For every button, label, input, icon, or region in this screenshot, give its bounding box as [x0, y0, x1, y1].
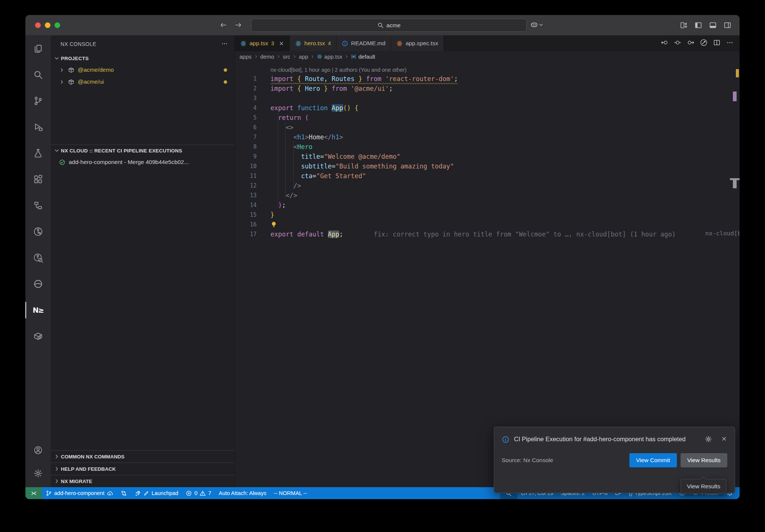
tab-app.spec.tsx[interactable]: app.spec.tsx	[391, 35, 444, 51]
layout-panel-button[interactable]	[709, 21, 717, 29]
line-number: 6	[235, 124, 257, 131]
section-header[interactable]: HELP AND FEEDBACK	[51, 463, 235, 475]
search-value: acme	[387, 22, 401, 29]
activity-containers[interactable]	[25, 323, 51, 349]
activity-run-debug[interactable]	[25, 114, 51, 140]
command-center-search[interactable]: acme	[251, 19, 527, 32]
status-vim-mode[interactable]: -- NORMAL --	[270, 487, 311, 499]
line-number: 15	[235, 211, 257, 218]
nav-forward-button[interactable]	[687, 39, 694, 48]
ellipsis-icon	[726, 39, 734, 46]
activity-testing[interactable]	[25, 140, 51, 166]
breadcrumb-item[interactable]: app	[299, 53, 308, 60]
code-text: />	[257, 182, 301, 189]
project-label: @acme/demo	[78, 66, 114, 73]
notification-settings-button[interactable]	[705, 436, 712, 444]
status-problems[interactable]: 07	[182, 487, 215, 499]
status-launchpad[interactable]: Launchpad	[131, 487, 182, 499]
close-button[interactable]	[35, 22, 41, 28]
code-text: }	[257, 211, 274, 219]
close-tab-button[interactable]	[279, 41, 284, 46]
tab-label: README.md	[351, 40, 385, 47]
layout-customize-button[interactable]	[680, 21, 688, 29]
sidebar-item[interactable]: add-hero-component - Merge 409b44e5cb02.…	[51, 156, 235, 168]
view-commit-button[interactable]: View Commit	[629, 453, 677, 467]
history-forward-button[interactable]	[235, 21, 242, 29]
close-icon	[721, 436, 727, 442]
code-text: import { Hero } from '@acme/ui';	[257, 85, 393, 92]
copilot-menu-button[interactable]	[530, 21, 543, 28]
maximize-button[interactable]	[55, 22, 60, 28]
indent-guide	[293, 141, 294, 189]
chevron-right-icon	[254, 54, 258, 59]
activity-edge-browser[interactable]	[25, 271, 51, 297]
breadcrumb-item[interactable]: default	[358, 53, 375, 60]
gear-icon	[705, 436, 712, 443]
editor-actions	[661, 35, 740, 51]
minimize-button[interactable]	[45, 22, 50, 28]
code-editor[interactable]: nx-cloud[bot], 1 hour ago | 2 authors (Y…	[235, 62, 740, 487]
nav-back-button[interactable]	[661, 39, 668, 48]
gear-icon	[34, 469, 43, 478]
layout-sidebar-right-button[interactable]	[724, 21, 731, 29]
tab-label: app.spec.tsx	[406, 40, 438, 47]
tab-README.md[interactable]: README.md	[337, 35, 391, 51]
activity-extensions[interactable]	[25, 166, 51, 192]
status-branch[interactable]: add-hero-component	[42, 487, 117, 499]
activity-gitlens-inspect[interactable]	[25, 245, 51, 271]
more-actions-button[interactable]	[221, 40, 228, 48]
section-header[interactable]: NX CLOUD :: RECENT CI PIPELINE EXECUTION…	[51, 145, 235, 156]
activity-settings[interactable]	[25, 462, 51, 485]
sidebar-title: NX CONSOLE	[61, 41, 96, 47]
activity-nx-console[interactable]: N≥	[25, 297, 51, 323]
beaker-icon	[33, 148, 43, 158]
layout-customize-icon	[680, 21, 688, 29]
overview-ruler-warning-mark	[736, 69, 739, 77]
status-auto-attach[interactable]: Auto Attach: Always	[215, 487, 270, 499]
status-remote[interactable]	[25, 487, 42, 499]
notification-close-button[interactable]	[721, 436, 727, 443]
breadcrumb-item[interactable]: app.tsx	[324, 53, 342, 60]
line-number: 14	[235, 202, 257, 208]
nav-back-icon	[661, 39, 668, 46]
tab-app.tsx[interactable]: app.tsx3	[235, 35, 290, 51]
sidebar-item[interactable]: @acme/ui	[51, 76, 235, 88]
section-header[interactable]: COMMON NX COMMANDS	[51, 450, 235, 463]
tab-label: app.tsx	[250, 40, 268, 47]
split-editor-button[interactable]	[713, 39, 721, 48]
symbol-bracket-icon	[351, 54, 356, 59]
code-text: import { Route, Routes } from 'react-rou…	[257, 75, 458, 83]
breadcrumb-item[interactable]: apps	[239, 53, 252, 60]
more-actions-button[interactable]	[726, 39, 734, 48]
line-number: 12	[235, 182, 257, 189]
search-icon	[377, 22, 384, 28]
view-results-button[interactable]: View Results	[681, 453, 727, 467]
status-commit-graph[interactable]	[117, 487, 131, 499]
compare-icon	[121, 490, 127, 497]
breadcrumb-item[interactable]: demo	[260, 53, 275, 60]
activity-accounts[interactable]	[25, 439, 51, 462]
line-number: 11	[235, 173, 257, 179]
breadcrumb-item[interactable]: src	[283, 53, 290, 60]
tab-hero.tsx[interactable]: hero.tsx4	[290, 35, 337, 51]
react-icon	[295, 40, 301, 47]
history-back-button[interactable]	[220, 21, 227, 29]
nav-position-button[interactable]	[674, 39, 681, 48]
activity-source-control[interactable]	[25, 88, 51, 114]
section-header[interactable]: NX MIGRATE	[51, 475, 235, 487]
chevron-right-icon	[59, 79, 65, 85]
react-icon	[396, 40, 403, 47]
run-graph-button[interactable]	[700, 39, 707, 48]
activity-project-hierarchy[interactable]	[25, 192, 51, 219]
hierarchy-icon	[33, 201, 43, 210]
code-line: 6 <>	[235, 123, 740, 132]
activity-explorer[interactable]	[25, 35, 51, 62]
code-line: 7 <h1>Home</h1>	[235, 132, 740, 142]
section-header[interactable]: PROJECTS	[51, 53, 235, 64]
activity-gitlens[interactable]	[25, 219, 51, 245]
code-text: <h1>Home</h1>	[257, 133, 343, 141]
sidebar-item[interactable]: @acme/demo	[51, 64, 235, 76]
status-text: 7	[208, 490, 211, 496]
layout-sidebar-left-button[interactable]	[694, 21, 702, 29]
activity-search[interactable]	[25, 62, 51, 88]
